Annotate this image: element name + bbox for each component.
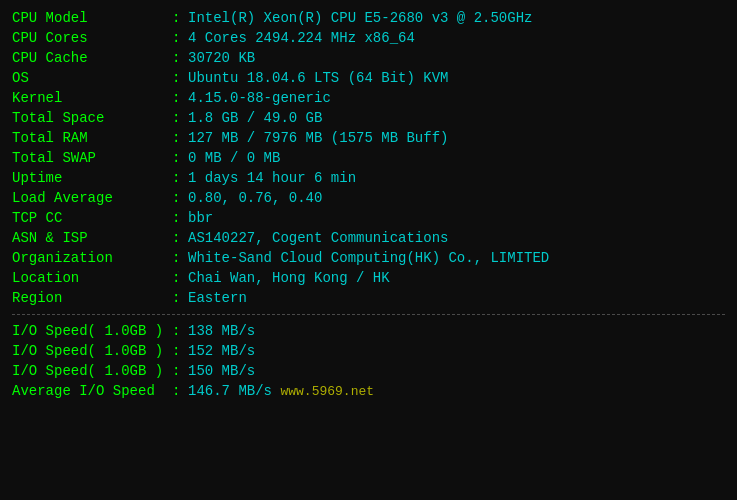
io-row-colon: : (172, 381, 188, 401)
table-row: Kernel:4.15.0-88-generic (12, 88, 725, 108)
row-value: bbr (188, 208, 725, 228)
row-colon: : (172, 128, 188, 148)
io-row-colon: : (172, 321, 188, 341)
section-divider (12, 314, 725, 315)
row-label: Region (12, 288, 172, 308)
io-row-value: 138 MB/s (188, 321, 725, 341)
io-row-colon: : (172, 361, 188, 381)
table-row: Region:Eastern (12, 288, 725, 308)
row-value: AS140227, Cogent Communications (188, 228, 725, 248)
table-row: CPU Cache:30720 KB (12, 48, 725, 68)
row-value: Ubuntu 18.04.6 LTS (64 Bit) KVM (188, 68, 725, 88)
row-value: 0 MB / 0 MB (188, 148, 725, 168)
row-label: Location (12, 268, 172, 288)
table-row: Uptime:1 days 14 hour 6 min (12, 168, 725, 188)
row-label: CPU Model (12, 8, 172, 28)
table-row: Organization:White-Sand Cloud Computing(… (12, 248, 725, 268)
row-value: 30720 KB (188, 48, 725, 68)
table-row: CPU Model:Intel(R) Xeon(R) CPU E5-2680 v… (12, 8, 725, 28)
row-colon: : (172, 8, 188, 28)
table-row: Total SWAP:0 MB / 0 MB (12, 148, 725, 168)
row-colon: : (172, 88, 188, 108)
row-label: OS (12, 68, 172, 88)
row-label: CPU Cache (12, 48, 172, 68)
row-colon: : (172, 68, 188, 88)
io-table-row: I/O Speed( 1.0GB ):138 MB/s (12, 321, 725, 341)
table-row: TCP CC:bbr (12, 208, 725, 228)
table-row: OS:Ubuntu 18.04.6 LTS (64 Bit) KVM (12, 68, 725, 88)
row-value: 1 days 14 hour 6 min (188, 168, 725, 188)
table-row: CPU Cores:4 Cores 2494.224 MHz x86_64 (12, 28, 725, 48)
io-row-value: 146.7 MB/s www.5969.net (188, 381, 725, 401)
row-colon: : (172, 208, 188, 228)
io-row-value: 150 MB/s (188, 361, 725, 381)
row-label: Load Average (12, 188, 172, 208)
row-value: 4.15.0-88-generic (188, 88, 725, 108)
io-table-row: Average I/O Speed:146.7 MB/s www.5969.ne… (12, 381, 725, 401)
row-colon: : (172, 148, 188, 168)
row-value: Eastern (188, 288, 725, 308)
row-label: Uptime (12, 168, 172, 188)
row-colon: : (172, 288, 188, 308)
row-label: Total SWAP (12, 148, 172, 168)
io-table-row: I/O Speed( 1.0GB ):152 MB/s (12, 341, 725, 361)
row-label: TCP CC (12, 208, 172, 228)
row-label: Organization (12, 248, 172, 268)
row-label: Total RAM (12, 128, 172, 148)
row-colon: : (172, 108, 188, 128)
table-row: Location:Chai Wan, Hong Kong / HK (12, 268, 725, 288)
row-value: 1.8 GB / 49.0 GB (188, 108, 725, 128)
row-colon: : (172, 168, 188, 188)
row-colon: : (172, 48, 188, 68)
row-value: 4 Cores 2494.224 MHz x86_64 (188, 28, 725, 48)
row-value: Intel(R) Xeon(R) CPU E5-2680 v3 @ 2.50GH… (188, 8, 725, 28)
row-value: 0.80, 0.76, 0.40 (188, 188, 725, 208)
io-table-row: I/O Speed( 1.0GB ):150 MB/s (12, 361, 725, 381)
table-row: Total RAM:127 MB / 7976 MB (1575 MB Buff… (12, 128, 725, 148)
io-row-label: I/O Speed( 1.0GB ) (12, 361, 172, 381)
row-value: Chai Wan, Hong Kong / HK (188, 268, 725, 288)
watermark: www.5969.net (280, 384, 374, 399)
row-value: White-Sand Cloud Computing(HK) Co., LIMI… (188, 248, 725, 268)
system-info-table: CPU Model:Intel(R) Xeon(R) CPU E5-2680 v… (12, 8, 725, 308)
io-row-label: I/O Speed( 1.0GB ) (12, 321, 172, 341)
row-label: ASN & ISP (12, 228, 172, 248)
io-row-colon: : (172, 341, 188, 361)
row-label: CPU Cores (12, 28, 172, 48)
io-row-label: Average I/O Speed (12, 381, 172, 401)
row-colon: : (172, 28, 188, 48)
table-row: Total Space:1.8 GB / 49.0 GB (12, 108, 725, 128)
row-value: 127 MB / 7976 MB (1575 MB Buff) (188, 128, 725, 148)
row-colon: : (172, 188, 188, 208)
row-colon: : (172, 228, 188, 248)
row-colon: : (172, 268, 188, 288)
table-row: Load Average:0.80, 0.76, 0.40 (12, 188, 725, 208)
row-colon: : (172, 248, 188, 268)
row-label: Total Space (12, 108, 172, 128)
io-row-label: I/O Speed( 1.0GB ) (12, 341, 172, 361)
row-label: Kernel (12, 88, 172, 108)
io-row-value: 152 MB/s (188, 341, 725, 361)
table-row: ASN & ISP:AS140227, Cogent Communication… (12, 228, 725, 248)
io-table: I/O Speed( 1.0GB ):138 MB/sI/O Speed( 1.… (12, 321, 725, 401)
